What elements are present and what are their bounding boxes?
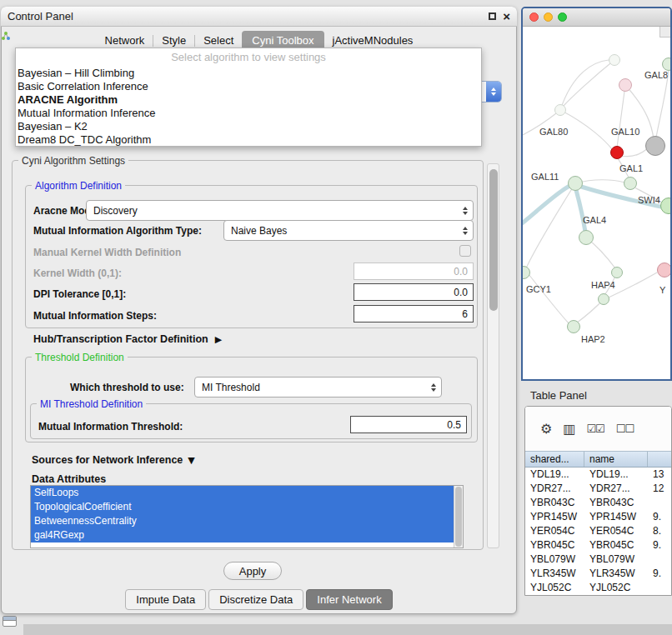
apply-button[interactable]: Apply <box>223 562 282 580</box>
popup-item[interactable]: Bayesian – Hill Climbing <box>16 67 481 80</box>
node-label: GAL11 <box>531 172 559 182</box>
cyni-settings-group-title: Cyni Algorithm Settings <box>18 155 128 167</box>
tab-discretize-data[interactable]: Discretize Data <box>208 589 303 610</box>
network-node[interactable] <box>619 78 632 92</box>
data-attributes-label: Data Attributes <box>32 473 106 485</box>
network-node-hub[interactable] <box>645 136 665 156</box>
tab-jactivemnodules[interactable]: jActiveMNodules <box>324 32 422 49</box>
table-row[interactable]: YPR145W YPR145W 9. <box>525 510 671 524</box>
network-node[interactable] <box>567 320 580 333</box>
table-row[interactable]: YBL079W YBL079W <box>525 552 671 567</box>
mi-steps-field[interactable]: 6 <box>354 305 474 322</box>
column-header-extra[interactable] <box>648 452 671 467</box>
chevron-updown-icon <box>431 383 436 392</box>
dpi-tolerance-field[interactable]: 0.0 <box>354 283 474 301</box>
network-node[interactable] <box>579 230 594 245</box>
network-node[interactable] <box>657 262 670 278</box>
tab-infer-network[interactable]: Infer Network <box>306 589 392 610</box>
node-label: GAL80 <box>539 127 568 137</box>
popup-item[interactable]: Basic Correlation Inference <box>16 80 481 93</box>
cell-shared-name: YLR345W <box>525 567 584 581</box>
network-node-selected[interactable] <box>610 146 624 159</box>
minimized-panel-icon[interactable] <box>3 616 17 627</box>
sources-label: Sources for Network Inference <box>32 454 183 466</box>
node-label: GAL1 <box>619 163 643 173</box>
network-node[interactable] <box>609 54 620 66</box>
mi-threshold-field[interactable]: 0.5 <box>350 416 467 433</box>
cell-name: YBR043C <box>584 496 648 510</box>
mi-type-label: Mutual Information Algorithm Type: <box>33 225 202 237</box>
threshold-definition-title: Threshold Definition <box>32 352 128 363</box>
attribute-item[interactable]: SelfLoops <box>31 486 454 500</box>
tab-impute-data[interactable]: Impute Data <box>125 589 206 610</box>
tab-label: Network <box>105 34 145 47</box>
aracne-mode-select[interactable]: Discovery <box>86 200 474 221</box>
table-header: shared... name <box>525 451 671 468</box>
zoom-traffic-light-icon[interactable] <box>558 12 567 22</box>
sources-toggle[interactable]: Sources for Network Inference ▼ <box>32 454 195 466</box>
network-node[interactable] <box>568 176 583 191</box>
mi-threshold-value: 0.5 <box>447 419 461 431</box>
node-label: HAP2 <box>581 334 605 344</box>
select-all-icon[interactable]: ☑☑ <box>586 422 604 435</box>
chevron-updown-icon <box>486 82 501 102</box>
float-window-icon[interactable] <box>489 12 496 20</box>
tab-select[interactable]: Select <box>195 32 242 49</box>
cell-value: 9. <box>648 538 671 552</box>
table-row[interactable]: YER054C YER054C 8. <box>525 524 671 538</box>
table-row[interactable]: YDL19... YDL19... 13 <box>525 468 671 482</box>
data-attributes-list[interactable]: SelfLoops TopologicalCoefficient Between… <box>30 485 464 548</box>
algorithm-definition-title: Algorithm Definition <box>32 180 125 192</box>
columns-icon[interactable]: ▥ <box>563 421 574 437</box>
settings-scrollbar[interactable] <box>487 163 499 548</box>
cell-shared-name: YJL052C <box>525 581 584 595</box>
tab-style[interactable]: Style <box>153 32 194 49</box>
close-traffic-light-icon[interactable] <box>529 12 539 22</box>
manual-kernel-label: Manual Kernel Width Definition <box>33 247 181 258</box>
network-node[interactable] <box>662 58 670 71</box>
hub-definition-toggle[interactable]: Hub/Transcription Factor Definition ▶ <box>33 333 222 345</box>
close-icon[interactable]: × <box>503 12 510 22</box>
node-label: Y <box>659 285 665 295</box>
minimize-traffic-light-icon[interactable] <box>544 12 553 22</box>
attribute-item[interactable]: TopologicalCoefficient <box>31 500 454 514</box>
network-window-titlebar[interactable] <box>523 8 670 27</box>
list-scrollbar[interactable] <box>454 486 463 548</box>
kernel-width-field[interactable]: 0.0 <box>354 262 474 280</box>
control-panel-titlebar[interactable]: Control Panel × <box>1 7 517 27</box>
table-panel-title: Table Panel <box>530 389 587 402</box>
node-label: SWI4 <box>638 195 660 205</box>
scrollbar-thumb[interactable] <box>455 487 462 547</box>
network-node[interactable] <box>598 293 609 305</box>
tab-label: Style <box>162 34 186 47</box>
popup-item[interactable]: Bayesian – K2 <box>16 120 481 133</box>
manual-kernel-checkbox[interactable] <box>459 245 471 257</box>
deselect-all-icon[interactable]: ☐☐ <box>616 422 634 435</box>
cell-shared-name: YBL079W <box>525 552 584 567</box>
popup-item[interactable]: Dream8 DC_TDC Algorithm <box>16 133 481 147</box>
tab-network[interactable]: Network <box>97 32 153 49</box>
scrollbar-thumb[interactable] <box>489 169 498 311</box>
column-header-name[interactable]: name <box>584 452 648 467</box>
cell-shared-name: YBR043C <box>525 496 584 510</box>
which-threshold-select[interactable]: MI Threshold <box>194 377 442 398</box>
table-row[interactable]: YJL052C YJL052C <box>525 581 671 595</box>
network-node[interactable] <box>554 104 566 116</box>
popup-item[interactable]: Mutual Information Inference <box>16 107 481 120</box>
attribute-item[interactable]: BetweennessCentrality <box>31 514 454 528</box>
column-header-shared-name[interactable]: shared... <box>525 452 584 467</box>
table-row[interactable]: YDR27... YDR27... 12 <box>525 482 671 496</box>
attribute-item[interactable]: gal4RGexp <box>31 528 454 542</box>
gear-icon[interactable]: ⚙ <box>540 421 551 437</box>
network-icon <box>1 31 11 41</box>
network-canvas[interactable]: GAL8 GAL80 GAL10 GAL11 GAL1 SWI4 GAL4 GC… <box>523 27 670 379</box>
table-row[interactable]: YBR043C YBR043C <box>525 496 671 510</box>
mi-type-select[interactable]: Naive Bayes <box>223 220 474 241</box>
hub-definition-label: Hub/Transcription Factor Definition <box>33 333 208 345</box>
cell-value <box>648 581 671 595</box>
network-node[interactable] <box>611 267 623 278</box>
popup-item-selected[interactable]: ARACNE Algorithm <box>16 93 481 107</box>
network-node[interactable] <box>624 177 637 190</box>
table-row[interactable]: YBR045C YBR045C 9. <box>525 538 671 552</box>
table-row[interactable]: YLR345W YLR345W 9. <box>525 567 671 581</box>
